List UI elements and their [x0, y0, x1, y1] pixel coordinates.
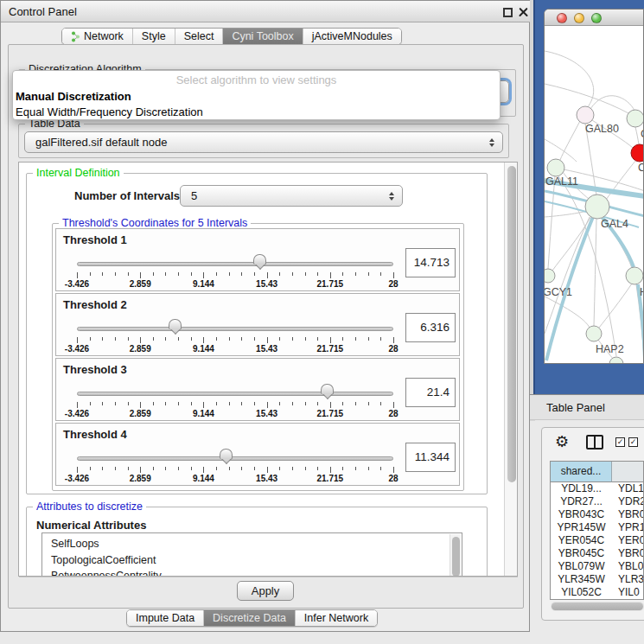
network-node-gal80[interactable] [577, 106, 594, 124]
table-horizontal-scrollbar[interactable] [551, 602, 644, 611]
algorithm-option-equal-width-frequency-discretization[interactable]: Equal Width/Frequency Discretization [13, 105, 500, 120]
network-node-g[interactable] [627, 110, 644, 127]
tab-style[interactable]: Style [133, 29, 175, 44]
table-row[interactable]: YDR27...YDR2 [551, 495, 643, 508]
network-edge[interactable] [545, 211, 588, 217]
tab-jactivemnodules[interactable]: jActiveMNodules [303, 29, 401, 44]
tick-mark [191, 402, 192, 405]
tick-mark [216, 402, 217, 405]
network-edge[interactable] [635, 127, 639, 144]
network-canvas[interactable]: GAL80GCGAL11GAL4GCY1HHAP2 [545, 26, 644, 364]
tab-network-label: Network [84, 30, 124, 42]
threshold-value-field[interactable]: 14.713 [405, 248, 456, 277]
close-icon[interactable] [518, 7, 529, 18]
network-edge[interactable] [545, 51, 594, 108]
tick-label: 21.715 [317, 344, 344, 354]
table-cell: YDL1 [612, 482, 644, 495]
network-edge[interactable] [594, 219, 596, 326]
table-data-combobox[interactable]: galFiltered.sif default node [24, 131, 503, 153]
tick-mark [90, 467, 91, 470]
tick-label: -3.426 [65, 474, 89, 483]
slider-track[interactable] [77, 262, 393, 266]
column-header-n[interactable]: n [612, 462, 644, 482]
network-node-h[interactable] [626, 267, 643, 284]
gear-icon[interactable]: ⚙ [555, 432, 569, 451]
tab-infer-network[interactable]: Infer Network [296, 610, 377, 626]
table-row[interactable]: YIL052CYIL0 [551, 586, 643, 599]
slider-track[interactable] [77, 392, 393, 396]
network-node[interactable] [609, 357, 623, 364]
network-node-c[interactable] [631, 144, 644, 162]
threshold-value-field[interactable]: 21.4 [405, 378, 456, 407]
scrollbar-thumb[interactable] [507, 166, 516, 482]
checkbox-icon[interactable]: ✓ [628, 437, 638, 447]
network-edge[interactable] [560, 121, 580, 160]
tick-mark [216, 272, 217, 276]
network-node-gal11[interactable] [547, 159, 564, 176]
float-window-icon[interactable] [503, 8, 513, 17]
attribute-item-betweennesscentrality[interactable]: BetweennessCentrality [42, 568, 462, 577]
network-node-hap2[interactable] [586, 326, 602, 341]
table-row[interactable]: YDL19...YDL1 [551, 482, 643, 495]
apply-button[interactable]: Apply [237, 581, 294, 601]
number-of-intervals-combobox[interactable]: 5 [180, 185, 403, 207]
tab-select[interactable]: Select [175, 29, 224, 44]
tick-mark [342, 467, 343, 470]
table-row[interactable]: YLR345WYLR3 [551, 573, 643, 586]
tick-mark [254, 467, 255, 470]
table-row[interactable]: YBR043CYBR0 [551, 508, 643, 521]
scrollbar-thumb[interactable] [552, 603, 643, 610]
tick-mark [292, 272, 293, 276]
table-cell: YDR2 [612, 495, 644, 508]
network-window-titlebar[interactable] [545, 10, 643, 26]
checkbox-icon[interactable]: ✓ [615, 437, 625, 447]
settings-vertical-scrollbar[interactable] [504, 163, 518, 577]
tick-mark [128, 337, 129, 341]
network-node-gcy1[interactable] [545, 269, 555, 283]
threshold-value-field[interactable]: 6.316 [405, 313, 456, 342]
table-row[interactable]: YBL079WYBL0 [551, 560, 643, 573]
tick-label: 21.715 [317, 279, 344, 289]
close-traffic-light[interactable] [557, 13, 567, 23]
tick-label: 28 [388, 474, 398, 483]
scrollbar-thumb[interactable] [452, 537, 460, 577]
attribute-item-selfloops[interactable]: SelfLoops [42, 536, 462, 552]
attributes-scrollbar[interactable] [450, 534, 461, 577]
tick-label: 2.859 [130, 474, 151, 483]
tick-label: 15.43 [256, 279, 277, 289]
tab-cyni-toolbox[interactable]: Cyni Toolbox [223, 29, 303, 44]
slider-thumb[interactable] [220, 449, 233, 466]
attribute-item-topologicalcoefficient[interactable]: TopologicalCoefficient [42, 552, 462, 569]
columns-icon[interactable] [586, 435, 603, 450]
slider-thumb[interactable] [321, 384, 334, 401]
network-edge[interactable] [545, 296, 590, 328]
column-header-shared[interactable]: shared... [551, 462, 612, 482]
minimize-traffic-light[interactable] [574, 13, 584, 23]
table-row[interactable]: YBR045CYBR0 [551, 547, 643, 560]
threshold-value-field[interactable]: 11.344 [405, 443, 456, 472]
slider-thumb[interactable] [253, 254, 266, 271]
tick-mark [140, 467, 141, 473]
tab-impute-data[interactable]: Impute Data [127, 610, 204, 626]
network-edge[interactable] [552, 216, 591, 271]
table-row[interactable]: YPR145WYPR1 [551, 521, 643, 534]
table-row[interactable]: YER054CYER0 [551, 534, 643, 547]
network-edge[interactable] [590, 96, 634, 111]
network-edge[interactable] [548, 175, 555, 269]
slider-track[interactable] [77, 456, 393, 461]
slider-track[interactable] [77, 327, 393, 331]
control-panel-tabs: NetworkStyleSelectCyni ToolboxjActiveMNo… [61, 28, 402, 45]
network-node-gal4[interactable] [585, 194, 609, 219]
zoom-traffic-light[interactable] [591, 13, 602, 23]
slider-thumb[interactable] [169, 319, 182, 336]
tab-network[interactable]: Network [62, 29, 133, 44]
tick-mark [77, 337, 78, 343]
tick-mark [355, 337, 356, 341]
tick-mark [165, 402, 166, 405]
tick-label: 9.144 [193, 409, 214, 418]
tab-discretize-data[interactable]: Discretize Data [204, 610, 296, 626]
algorithm-option-manual-discretization[interactable]: Manual Discretization [13, 89, 500, 105]
node-attribute-table: shared...n YDL19...YDL1YDR27...YDR2YBR04… [550, 461, 644, 600]
tick-mark [128, 272, 129, 276]
node-label: GCY1 [545, 286, 572, 298]
